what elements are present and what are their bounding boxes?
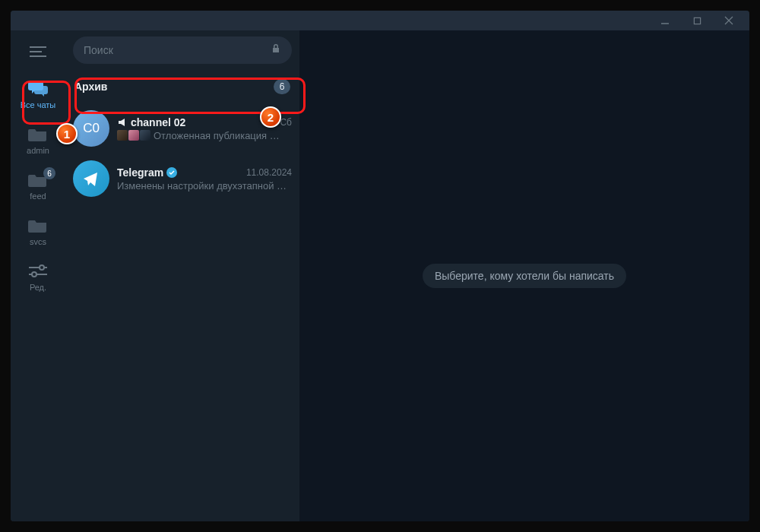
menu-button[interactable] — [23, 40, 53, 64]
folder-admin[interactable]: admin — [15, 119, 61, 158]
close-button[interactable] — [713, 11, 745, 30]
chat-preview: Отложенная публикация … — [154, 130, 292, 141]
folder-all-chats[interactable]: Все чаты — [15, 73, 61, 112]
chat-date-text: 11.08.2024 — [246, 167, 292, 178]
chat-date-text: Сб — [280, 117, 292, 128]
folder-icon — [27, 125, 49, 144]
checks-icon — [266, 117, 278, 128]
maximize-button[interactable] — [681, 11, 713, 30]
search-field[interactable] — [73, 36, 292, 64]
svg-point-10 — [32, 272, 36, 277]
chat-item-telegram[interactable]: Telegram 11.08.2024 Изменены настройки д… — [65, 154, 299, 204]
folder-svcs[interactable]: svcs — [15, 210, 61, 249]
folder-label: Все чаты — [21, 100, 56, 109]
minimize-button[interactable] — [649, 11, 681, 30]
chat-name-text: channel 02 — [131, 116, 185, 128]
avatar — [73, 160, 109, 197]
main-panel: Выберите, кому хотели бы написать — [299, 30, 749, 521]
archive-badge: 6 — [274, 79, 290, 94]
archive-row[interactable]: Архив 6 — [65, 70, 299, 103]
folder-label: Ред. — [30, 283, 46, 292]
chat-name-text: Telegram — [117, 166, 163, 179]
folder-rail: Все чаты admin 6 feed svcs — [11, 30, 65, 521]
folder-label: admin — [27, 146, 49, 155]
folder-icon: 6 — [27, 170, 49, 190]
svg-point-8 — [40, 265, 44, 270]
folder-label: feed — [30, 192, 46, 201]
folder-edit[interactable]: Ред. — [15, 255, 61, 295]
chat-list-column: Архив 6 C0 channel 02 — [65, 30, 299, 521]
megaphone-icon — [117, 117, 128, 128]
verified-icon — [166, 167, 177, 178]
folder-badge: 6 — [43, 167, 55, 179]
avatar: C0 — [73, 110, 109, 147]
app-window: Все чаты admin 6 feed svcs — [11, 11, 749, 521]
sliders-icon — [27, 261, 49, 281]
chats-icon — [27, 79, 49, 99]
titlebar — [11, 11, 749, 30]
folder-feed[interactable]: 6 feed — [15, 164, 61, 204]
chat-preview: Изменены настройки двухэтапной … — [117, 180, 292, 192]
search-input[interactable] — [84, 44, 236, 56]
preview-thumbs — [117, 130, 150, 141]
archive-title: Архив — [74, 81, 107, 93]
chat-item-channel02[interactable]: C0 channel 02 Сб — [65, 103, 299, 154]
folder-icon — [27, 216, 49, 236]
svg-rect-1 — [694, 17, 700, 24]
folder-label: svcs — [30, 237, 46, 246]
empty-placeholder: Выберите, кому хотели бы написать — [423, 264, 626, 288]
lock-icon — [271, 43, 281, 57]
